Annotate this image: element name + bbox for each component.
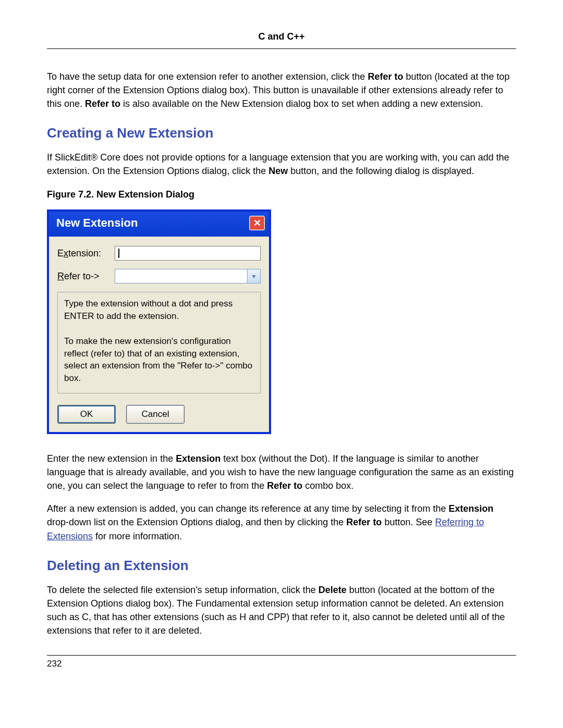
refer-to-bold: Refer to <box>346 517 382 527</box>
text: After a new extension is added, you can … <box>47 503 448 514</box>
refer-combo-input[interactable] <box>115 269 247 283</box>
heading-create-extension: Creating a New Extension <box>47 125 516 141</box>
dialog-help-box: Type the extension without a dot and pre… <box>57 292 261 393</box>
text: button. See <box>384 517 435 527</box>
accelerator: R <box>57 271 64 281</box>
figure-caption: Figure 7.2. New Extension Dialog <box>47 189 516 200</box>
dialog-titlebar[interactable]: New Extension ✕ <box>49 212 269 237</box>
new-bold: New <box>268 166 288 176</box>
intro-paragraph: To have the setup data for one extension… <box>47 70 516 110</box>
page-number: 232 <box>47 659 516 669</box>
after-paragraph-2: After a new extension is added, you can … <box>47 502 516 542</box>
new-extension-dialog: New Extension ✕ Extension: Refer to-> ▾ <box>47 209 271 434</box>
text: is also available on the New Extension d… <box>123 98 483 109</box>
text: To have the setup data for one extension… <box>47 71 368 82</box>
refer-row: Refer to-> ▾ <box>57 269 261 283</box>
dialog-help-line2: To make the new extension's configuratio… <box>64 335 254 385</box>
accelerator: x <box>64 248 68 258</box>
refer-to-bold: Refer to <box>267 480 302 491</box>
delete-paragraph: To delete the selected file extension's … <box>47 583 516 637</box>
text: tension: <box>68 248 101 258</box>
text: E <box>57 248 64 258</box>
dialog-button-row: OK Cancel <box>57 405 261 424</box>
header-rule <box>47 48 516 49</box>
ok-button[interactable]: OK <box>57 405 116 424</box>
text-cursor <box>118 249 119 258</box>
ok-label: OK <box>80 409 93 419</box>
footer-rule <box>47 655 516 656</box>
dialog-help-line1: Type the extension without a dot and pre… <box>64 298 254 323</box>
refer-to-bold: Refer to <box>368 71 403 82</box>
after-paragraph-1: Enter the new extension in the Extension… <box>47 452 516 492</box>
cancel-label: Cancel <box>142 409 169 419</box>
text: combo box. <box>305 480 353 491</box>
text: drop-down list on the Extension Options … <box>47 517 346 527</box>
create-paragraph: If SlickEdit® Core does not provide opti… <box>47 151 516 178</box>
extension-input[interactable] <box>115 246 261 261</box>
refer-to-bold: Refer to <box>85 98 120 109</box>
refer-label: Refer to-> <box>57 271 115 282</box>
text: for more information. <box>95 531 182 541</box>
cancel-button[interactable]: Cancel <box>126 405 185 424</box>
page-content: C and C++ To have the setup data for one… <box>0 0 563 669</box>
text: To delete the selected file extension's … <box>47 585 319 595</box>
dialog-title-text: New Extension <box>56 216 138 230</box>
close-icon[interactable]: ✕ <box>249 216 265 230</box>
text: Enter the new extension in the <box>47 453 176 464</box>
text: efer to-> <box>64 271 100 281</box>
heading-delete-extension: Deleting an Extension <box>47 558 516 574</box>
text: button, and the following dialog is disp… <box>290 166 474 176</box>
delete-bold: Delete <box>319 585 347 595</box>
dialog-body: Extension: Refer to-> ▾ Type the extensi… <box>49 237 269 432</box>
page-header-title: C and C++ <box>47 31 516 48</box>
refer-combo[interactable]: ▾ <box>115 269 261 283</box>
chevron-down-icon[interactable]: ▾ <box>247 269 261 283</box>
extension-bold: Extension <box>448 503 493 514</box>
extension-bold: Extension <box>176 453 221 464</box>
extension-label: Extension: <box>57 248 115 259</box>
extension-row: Extension: <box>57 246 261 261</box>
